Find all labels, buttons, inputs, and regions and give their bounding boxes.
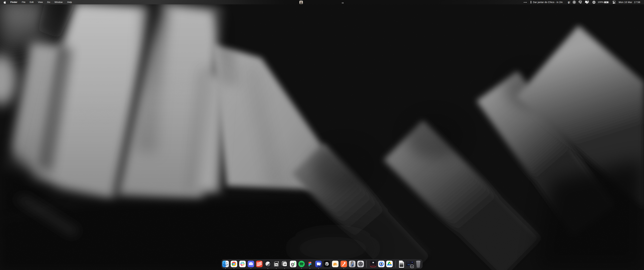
svg-text:11: 11 [412, 266, 413, 267]
svg-text:10: 10 [284, 263, 286, 266]
svg-text:raycast: raycast [371, 265, 375, 266]
svg-text:N: N [275, 263, 277, 266]
svg-text:g: g [291, 261, 294, 267]
